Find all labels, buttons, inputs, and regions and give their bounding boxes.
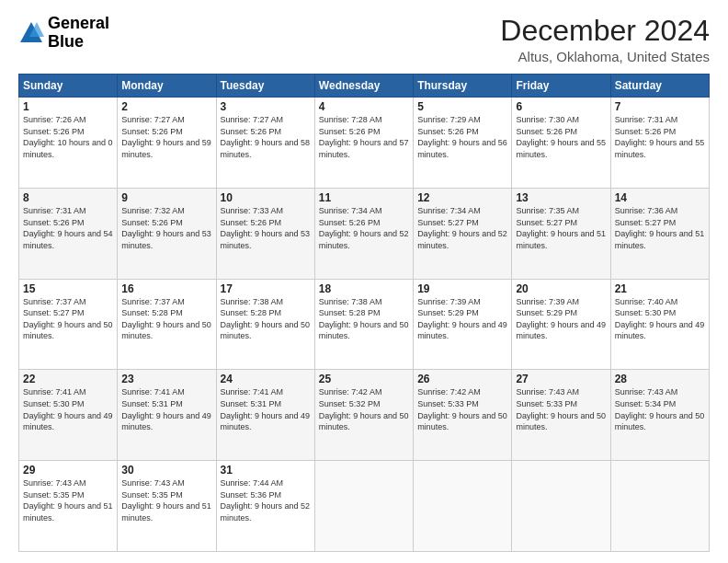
day-info: Sunrise: 7:28 AMSunset: 5:26 PMDaylight:…: [319, 114, 409, 160]
day-info: Sunrise: 7:44 AMSunset: 5:36 PMDaylight:…: [221, 477, 311, 523]
day-info: Sunrise: 7:43 AMSunset: 5:35 PMDaylight:…: [121, 477, 211, 523]
calendar-cell: 23 Sunrise: 7:41 AMSunset: 5:31 PMDaylig…: [118, 370, 216, 461]
header: General Blue December 2024 Altus, Oklaho…: [18, 15, 710, 64]
day-info: Sunrise: 7:32 AMSunset: 5:26 PMDaylight:…: [121, 205, 211, 251]
day-info: Sunrise: 7:33 AMSunset: 5:26 PMDaylight:…: [221, 205, 311, 251]
calendar-cell: 7 Sunrise: 7:31 AMSunset: 5:26 PMDayligh…: [610, 98, 709, 189]
logo-icon: [18, 20, 44, 46]
day-number: 3: [221, 100, 311, 113]
calendar-cell: 2 Sunrise: 7:27 AMSunset: 5:26 PMDayligh…: [118, 98, 216, 189]
day-number: 18: [319, 282, 409, 295]
day-number: 23: [121, 373, 211, 385]
day-info: Sunrise: 7:37 AMSunset: 5:28 PMDaylight:…: [121, 296, 211, 342]
day-info: Sunrise: 7:31 AMSunset: 5:26 PMDaylight:…: [615, 114, 705, 160]
day-number: 26: [417, 373, 507, 385]
day-number: 2: [121, 100, 211, 113]
day-number: 1: [23, 100, 113, 113]
col-header-wednesday: Wednesday: [314, 75, 413, 98]
day-number: 5: [417, 100, 507, 113]
calendar-cell: 24 Sunrise: 7:41 AMSunset: 5:31 PMDaylig…: [216, 370, 314, 461]
day-info: Sunrise: 7:29 AMSunset: 5:26 PMDaylight:…: [417, 114, 507, 160]
day-info: Sunrise: 7:37 AMSunset: 5:27 PMDaylight:…: [23, 296, 113, 342]
calendar-cell: 5 Sunrise: 7:29 AMSunset: 5:26 PMDayligh…: [414, 98, 512, 189]
calendar-table: SundayMondayTuesdayWednesdayThursdayFrid…: [18, 74, 710, 552]
calendar-cell: 16 Sunrise: 7:37 AMSunset: 5:28 PMDaylig…: [118, 279, 216, 370]
day-info: Sunrise: 7:38 AMSunset: 5:28 PMDaylight:…: [221, 296, 311, 342]
day-info: Sunrise: 7:41 AMSunset: 5:30 PMDaylight:…: [23, 386, 113, 432]
day-number: 27: [516, 373, 606, 385]
calendar-cell: 4 Sunrise: 7:28 AMSunset: 5:26 PMDayligh…: [314, 98, 413, 189]
day-info: Sunrise: 7:43 AMSunset: 5:34 PMDaylight:…: [615, 386, 705, 432]
day-info: Sunrise: 7:27 AMSunset: 5:26 PMDaylight:…: [121, 114, 211, 160]
calendar-cell: 27 Sunrise: 7:43 AMSunset: 5:33 PMDaylig…: [512, 370, 610, 461]
day-number: 8: [23, 191, 113, 204]
calendar-cell: 12 Sunrise: 7:34 AMSunset: 5:27 PMDaylig…: [414, 188, 512, 279]
day-number: 24: [221, 373, 311, 385]
calendar-cell: 11 Sunrise: 7:34 AMSunset: 5:26 PMDaylig…: [314, 188, 413, 279]
calendar-cell: [512, 461, 610, 552]
day-number: 10: [221, 191, 311, 204]
page: General Blue December 2024 Altus, Oklaho…: [0, 0, 728, 563]
logo-line1: General: [48, 15, 109, 33]
calendar-cell: 22 Sunrise: 7:41 AMSunset: 5:30 PMDaylig…: [19, 370, 118, 461]
calendar-cell: [414, 461, 512, 552]
calendar-cell: 21 Sunrise: 7:40 AMSunset: 5:30 PMDaylig…: [610, 279, 709, 370]
calendar-cell: 10 Sunrise: 7:33 AMSunset: 5:26 PMDaylig…: [216, 188, 314, 279]
day-number: 21: [615, 282, 705, 295]
day-info: Sunrise: 7:43 AMSunset: 5:33 PMDaylight:…: [516, 386, 606, 432]
day-info: Sunrise: 7:30 AMSunset: 5:26 PMDaylight:…: [516, 114, 606, 160]
day-number: 9: [121, 191, 211, 204]
day-number: 14: [615, 191, 705, 204]
day-info: Sunrise: 7:41 AMSunset: 5:31 PMDaylight:…: [121, 386, 211, 432]
logo-text: General Blue: [48, 15, 109, 52]
day-info: Sunrise: 7:36 AMSunset: 5:27 PMDaylight:…: [615, 205, 705, 251]
calendar-cell: 1 Sunrise: 7:26 AMSunset: 5:26 PMDayligh…: [19, 98, 118, 189]
calendar-cell: 25 Sunrise: 7:42 AMSunset: 5:32 PMDaylig…: [314, 370, 413, 461]
day-info: Sunrise: 7:26 AMSunset: 5:26 PMDaylight:…: [23, 114, 113, 160]
day-number: 7: [615, 100, 705, 113]
calendar-cell: 15 Sunrise: 7:37 AMSunset: 5:27 PMDaylig…: [19, 279, 118, 370]
day-info: Sunrise: 7:42 AMSunset: 5:32 PMDaylight:…: [319, 386, 409, 432]
day-number: 12: [417, 191, 507, 204]
day-info: Sunrise: 7:35 AMSunset: 5:27 PMDaylight:…: [516, 205, 606, 251]
calendar-cell: [610, 461, 709, 552]
day-number: 28: [615, 373, 705, 385]
calendar-cell: 30 Sunrise: 7:43 AMSunset: 5:35 PMDaylig…: [118, 461, 216, 552]
day-number: 19: [417, 282, 507, 295]
day-number: 22: [23, 373, 113, 385]
col-header-tuesday: Tuesday: [216, 75, 314, 98]
day-number: 4: [319, 100, 409, 113]
calendar-cell: 28 Sunrise: 7:43 AMSunset: 5:34 PMDaylig…: [610, 370, 709, 461]
calendar-week-3: 15 Sunrise: 7:37 AMSunset: 5:27 PMDaylig…: [19, 279, 710, 370]
logo: General Blue: [18, 15, 109, 52]
day-info: Sunrise: 7:38 AMSunset: 5:28 PMDaylight:…: [319, 296, 409, 342]
calendar-week-1: 1 Sunrise: 7:26 AMSunset: 5:26 PMDayligh…: [19, 98, 710, 189]
col-header-friday: Friday: [512, 75, 610, 98]
calendar-cell: 17 Sunrise: 7:38 AMSunset: 5:28 PMDaylig…: [216, 279, 314, 370]
calendar-cell: 29 Sunrise: 7:43 AMSunset: 5:35 PMDaylig…: [19, 461, 118, 552]
day-info: Sunrise: 7:42 AMSunset: 5:33 PMDaylight:…: [417, 386, 507, 432]
day-info: Sunrise: 7:39 AMSunset: 5:29 PMDaylight:…: [516, 296, 606, 342]
day-number: 30: [121, 464, 211, 477]
day-number: 29: [23, 464, 113, 477]
calendar-cell: 14 Sunrise: 7:36 AMSunset: 5:27 PMDaylig…: [610, 188, 709, 279]
day-number: 20: [516, 282, 606, 295]
calendar-cell: 9 Sunrise: 7:32 AMSunset: 5:26 PMDayligh…: [118, 188, 216, 279]
calendar-cell: 26 Sunrise: 7:42 AMSunset: 5:33 PMDaylig…: [414, 370, 512, 461]
day-number: 13: [516, 191, 606, 204]
calendar-week-5: 29 Sunrise: 7:43 AMSunset: 5:35 PMDaylig…: [19, 461, 710, 552]
day-number: 6: [516, 100, 606, 113]
calendar-cell: 8 Sunrise: 7:31 AMSunset: 5:26 PMDayligh…: [19, 188, 118, 279]
calendar-week-4: 22 Sunrise: 7:41 AMSunset: 5:30 PMDaylig…: [19, 370, 710, 461]
day-info: Sunrise: 7:27 AMSunset: 5:26 PMDaylight:…: [221, 114, 311, 160]
calendar-cell: 18 Sunrise: 7:38 AMSunset: 5:28 PMDaylig…: [314, 279, 413, 370]
calendar-cell: 3 Sunrise: 7:27 AMSunset: 5:26 PMDayligh…: [216, 98, 314, 189]
calendar-cell: 6 Sunrise: 7:30 AMSunset: 5:26 PMDayligh…: [512, 98, 610, 189]
day-info: Sunrise: 7:31 AMSunset: 5:26 PMDaylight:…: [23, 205, 113, 251]
subtitle: Altus, Oklahoma, United States: [500, 49, 710, 64]
col-header-thursday: Thursday: [414, 75, 512, 98]
col-header-monday: Monday: [118, 75, 216, 98]
day-number: 15: [23, 282, 113, 295]
day-number: 16: [121, 282, 211, 295]
day-number: 31: [221, 464, 311, 477]
